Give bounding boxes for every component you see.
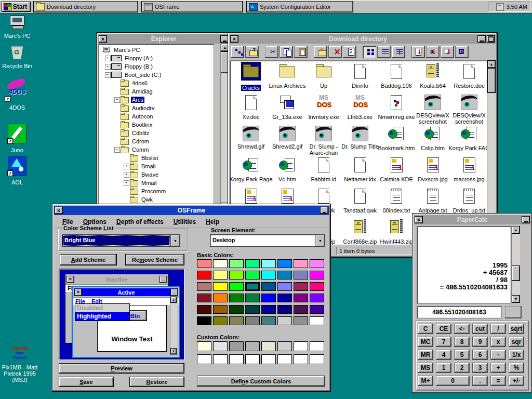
basic-color-swatch[interactable]: [310, 316, 324, 325]
key-CE[interactable]: CE: [436, 324, 451, 334]
basic-color-swatch[interactable]: [277, 282, 292, 291]
basic-color-swatch[interactable]: [294, 294, 308, 302]
basic-color-swatch[interactable]: [197, 282, 211, 291]
key-0[interactable]: 0: [436, 376, 470, 386]
tree-item[interactable]: +Floppy (B:): [99, 62, 214, 71]
scroll-up-icon[interactable]: ▲: [487, 60, 496, 68]
tree-item[interactable]: +Mmail: [99, 179, 214, 187]
basic-color-swatch[interactable]: [277, 305, 292, 314]
basic-color-swatch[interactable]: [277, 259, 292, 268]
key-x[interactable]: x: [490, 337, 506, 347]
view-details-button[interactable]: [392, 46, 405, 58]
basic-color-swatch[interactable]: [197, 271, 211, 280]
scroll-down-icon[interactable]: ▼: [512, 295, 520, 303]
tape-scrollbar[interactable]: ▲ ▼: [511, 226, 520, 303]
osframe-titlebar[interactable]: × OSFrame: [54, 206, 329, 215]
key-MC[interactable]: MC: [418, 337, 433, 347]
download-titlebar[interactable]: × Download directory: [230, 34, 496, 44]
expand-toggle-icon[interactable]: −: [105, 72, 111, 78]
menu-options[interactable]: Options: [83, 218, 107, 225]
basic-color-swatch[interactable]: [229, 294, 244, 302]
file-item[interactable]: Dr. Slump - Arare-chan: [307, 124, 340, 156]
file-item[interactable]: Bookmark.htm: [380, 124, 413, 151]
file-item[interactable]: Nettamer.idx: [343, 155, 377, 182]
file-item[interactable]: Dr. Slump Title: [343, 124, 377, 150]
tree-item[interactable]: Amidiag: [99, 87, 214, 96]
expand-toggle-icon[interactable]: +: [124, 172, 129, 178]
basic-color-swatch[interactable]: [197, 259, 211, 268]
properties-button[interactable]: [343, 46, 356, 58]
file-item[interactable]: Conf868e.zip: [343, 218, 377, 245]
tree-item[interactable]: Bbslist: [99, 154, 214, 162]
custom-color-swatch[interactable]: [261, 341, 276, 351]
desktop-icon-juno[interactable]: ↗ Juno: [0, 124, 34, 153]
file-item[interactable]: DESQview/X screenshot: [416, 93, 449, 125]
menu-depth-of-effects[interactable]: Depth of effects: [116, 218, 164, 225]
copy-button[interactable]: [280, 46, 293, 58]
key-+/-[interactable]: +/-: [509, 376, 524, 386]
custom-color-swatch[interactable]: [229, 341, 244, 351]
preview-button[interactable]: Preview: [59, 363, 184, 374]
task-button[interactable]: OSFrame: [141, 1, 243, 12]
basic-color-swatch[interactable]: [294, 316, 308, 325]
tree-item[interactable]: +Floppy (A:): [99, 54, 214, 62]
expand-toggle-icon[interactable]: +: [114, 97, 120, 103]
key-9[interactable]: 9: [472, 337, 488, 347]
key-M+[interactable]: M+: [418, 376, 433, 386]
tree-item[interactable]: Cdblitz: [99, 129, 214, 137]
file-item[interactable]: DESQview/X screenshot: [453, 93, 486, 125]
view-large-icons-button[interactable]: [363, 46, 376, 58]
connect-drive-button[interactable]: [231, 46, 244, 58]
custom-color-swatch[interactable]: [277, 354, 292, 364]
close-icon[interactable]: ×: [230, 35, 238, 43]
file-item[interactable]: Shrewd2.gif: [271, 124, 304, 150]
basic-color-swatch[interactable]: [245, 316, 260, 325]
remove-scheme-button[interactable]: Remove Scheme: [125, 254, 184, 265]
basic-color-swatch[interactable]: [229, 316, 244, 325]
basic-color-swatch[interactable]: [229, 305, 244, 314]
task-button[interactable]: Download directory: [33, 1, 138, 12]
key-.[interactable]: .: [472, 376, 488, 386]
file-item[interactable]: Drdos_up.txt: [453, 187, 486, 214]
tree-item[interactable]: −Comm: [99, 145, 214, 154]
menu-file[interactable]: File: [62, 218, 73, 225]
start-button[interactable]: Start: [2, 2, 31, 12]
tree-item[interactable]: Qwk: [99, 195, 214, 204]
key-+[interactable]: +: [490, 363, 506, 373]
basic-color-swatch[interactable]: [310, 294, 324, 302]
basic-color-swatch[interactable]: [245, 305, 260, 314]
basic-color-swatch[interactable]: [213, 305, 228, 314]
basic-color-swatch[interactable]: [261, 271, 276, 280]
custom-color-swatch[interactable]: [294, 341, 308, 351]
tree-item[interactable]: +Bwave: [99, 170, 214, 179]
key-<-[interactable]: <-: [454, 324, 470, 334]
key-C[interactable]: C: [418, 324, 433, 334]
key-cut[interactable]: cut: [472, 324, 488, 334]
basic-color-swatch[interactable]: [261, 294, 276, 302]
tree-item[interactable]: Bootlinx: [99, 121, 214, 129]
sort-alphabetical-button[interactable]: [426, 46, 440, 58]
file-item[interactable]: Baddog.106: [380, 62, 413, 89]
key-1[interactable]: 1: [436, 363, 451, 373]
expand-toggle-icon[interactable]: +: [105, 56, 111, 61]
file-item[interactable]: Koala.b64: [416, 62, 449, 89]
key-7[interactable]: 7: [436, 337, 451, 347]
basic-color-swatch[interactable]: [229, 271, 244, 280]
view-list-button[interactable]: [377, 46, 391, 58]
custom-color-swatch[interactable]: [213, 354, 228, 364]
file-item[interactable]: Dvxscrn.jpg: [416, 155, 449, 182]
scrollbar-thumb[interactable]: [512, 265, 520, 281]
file-item[interactable]: Hwinf443.zip: [380, 218, 413, 245]
basic-color-swatch[interactable]: [261, 282, 276, 291]
cut-button[interactable]: [265, 46, 278, 58]
custom-color-swatch[interactable]: [213, 341, 228, 351]
tree-item[interactable]: +Bmail: [99, 162, 214, 170]
tree-item[interactable]: Procomm: [99, 187, 214, 195]
papercalc-titlebar[interactable]: × PaperCalc: [414, 215, 530, 224]
key-1/x[interactable]: 1/x: [509, 350, 524, 360]
key-4[interactable]: 4: [436, 350, 451, 360]
desktop-icon-my-computer[interactable]: Marc's PC: [0, 16, 34, 39]
custom-color-swatch[interactable]: [245, 341, 260, 351]
basic-color-swatch[interactable]: [197, 316, 211, 325]
basic-color-swatch[interactable]: [294, 271, 308, 280]
